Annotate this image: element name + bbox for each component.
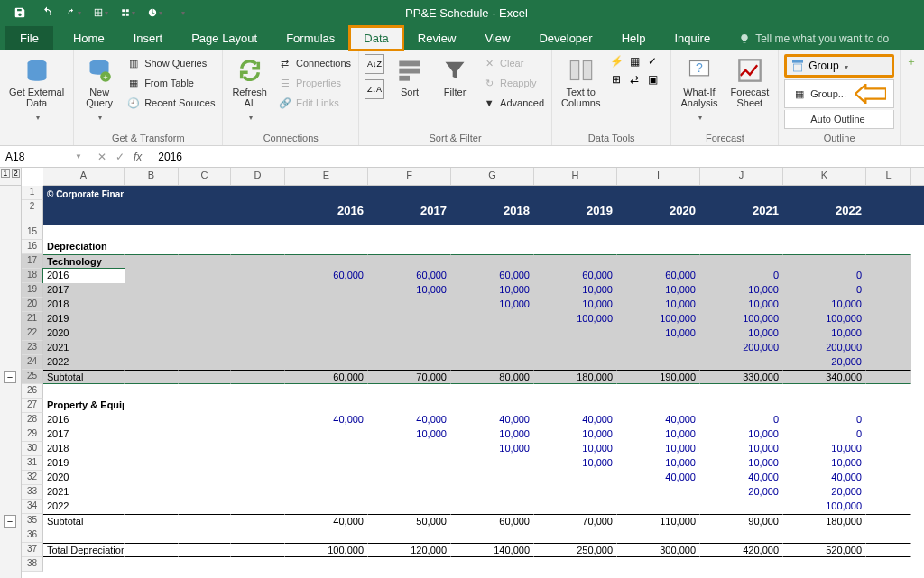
row-header[interactable]: 22 xyxy=(22,326,43,341)
cell[interactable] xyxy=(866,326,911,341)
cell[interactable] xyxy=(231,399,285,413)
cell[interactable]: 40,000 xyxy=(617,471,700,485)
cell[interactable] xyxy=(43,528,125,543)
cell[interactable]: 2021 xyxy=(43,341,125,355)
cell[interactable]: 40,000 xyxy=(783,471,866,485)
formula-input[interactable]: 2016 xyxy=(151,151,924,163)
row-header[interactable]: 24 xyxy=(22,355,43,370)
cell[interactable] xyxy=(43,384,125,399)
cell[interactable] xyxy=(125,543,179,557)
cell[interactable] xyxy=(231,341,285,355)
cell[interactable] xyxy=(368,225,451,240)
cell[interactable] xyxy=(231,283,285,298)
cell[interactable]: 10,000 xyxy=(700,283,783,298)
connections-button[interactable]: ⇄Connections xyxy=(276,54,353,72)
outline-level-1[interactable]: 1 xyxy=(1,169,10,178)
cell[interactable] xyxy=(451,384,534,399)
cell[interactable]: 40,000 xyxy=(285,413,368,427)
row-header[interactable]: 28 xyxy=(22,413,43,427)
cell[interactable] xyxy=(285,471,368,485)
cell[interactable] xyxy=(125,557,179,572)
row-header[interactable]: 17 xyxy=(22,254,43,269)
cell[interactable] xyxy=(231,384,285,399)
cell[interactable] xyxy=(125,413,179,427)
cell[interactable]: 2020 xyxy=(617,200,700,225)
cell[interactable]: 2016 xyxy=(285,200,368,225)
column-header-D[interactable]: D xyxy=(231,168,285,185)
cell[interactable] xyxy=(231,500,285,514)
cell[interactable] xyxy=(866,370,911,384)
cell[interactable] xyxy=(866,269,911,283)
cell[interactable] xyxy=(617,500,700,514)
cell[interactable]: 2019 xyxy=(534,200,617,225)
cell[interactable]: 180,000 xyxy=(783,514,866,528)
cell[interactable]: 2017 xyxy=(368,200,451,225)
cell[interactable] xyxy=(866,413,911,427)
cell[interactable]: 10,000 xyxy=(783,298,866,312)
cell[interactable] xyxy=(617,485,700,500)
cell[interactable] xyxy=(866,399,911,413)
cell[interactable] xyxy=(534,471,617,485)
cell[interactable]: 80,000 xyxy=(451,370,534,384)
cell[interactable]: 70,000 xyxy=(534,514,617,528)
cell[interactable] xyxy=(368,326,451,341)
cell[interactable] xyxy=(700,240,783,254)
cell[interactable] xyxy=(125,254,179,269)
cell[interactable]: 10,000 xyxy=(783,456,866,471)
data-validation-icon[interactable]: ✓ xyxy=(645,54,660,69)
cell[interactable] xyxy=(783,384,866,399)
cell[interactable] xyxy=(285,427,368,442)
cell[interactable]: 2016 xyxy=(43,413,125,427)
cell[interactable]: 2022 xyxy=(43,355,125,370)
cell[interactable]: 2017 xyxy=(43,427,125,442)
cell[interactable] xyxy=(231,557,285,572)
cell[interactable]: 2018 xyxy=(43,442,125,456)
cell[interactable] xyxy=(368,341,451,355)
auto-outline-menu-item[interactable]: Auto Outline xyxy=(784,110,894,129)
cell[interactable] xyxy=(866,528,911,543)
get-external-data-button[interactable]: Get External Data xyxy=(5,54,68,124)
cell[interactable]: 20,000 xyxy=(700,485,783,500)
cell[interactable]: 340,000 xyxy=(783,370,866,384)
cell[interactable] xyxy=(43,200,125,225)
cell[interactable] xyxy=(451,240,534,254)
cell[interactable]: 10,000 xyxy=(534,283,617,298)
cell[interactable]: 2019 xyxy=(43,312,125,326)
undo-icon[interactable] xyxy=(40,5,54,20)
cell[interactable]: 2021 xyxy=(700,200,783,225)
text-to-columns-button[interactable]: Text to Columns xyxy=(558,54,604,110)
cell[interactable] xyxy=(368,557,451,572)
tab-developer[interactable]: Developer xyxy=(524,26,606,50)
outline-collapse-button[interactable]: − xyxy=(4,371,16,383)
cell[interactable] xyxy=(617,528,700,543)
cell[interactable] xyxy=(285,528,368,543)
cell[interactable] xyxy=(179,442,231,456)
cell[interactable]: Depreciation xyxy=(43,240,125,254)
cell[interactable] xyxy=(125,442,179,456)
cell[interactable] xyxy=(125,200,179,225)
cell[interactable] xyxy=(534,225,617,240)
cell[interactable] xyxy=(179,456,231,471)
cell[interactable]: 2022 xyxy=(43,500,125,514)
cell[interactable] xyxy=(231,186,285,200)
outline-level-2[interactable]: 2 xyxy=(12,169,21,178)
tell-me-search[interactable]: Tell me what you want to do xyxy=(725,27,903,50)
cell[interactable]: 10,000 xyxy=(700,456,783,471)
cell[interactable] xyxy=(866,427,911,442)
tab-page-layout[interactable]: Page Layout xyxy=(177,26,272,50)
cell[interactable]: 20,000 xyxy=(783,485,866,500)
cell[interactable] xyxy=(43,557,125,572)
cell[interactable] xyxy=(617,240,700,254)
borders-icon[interactable] xyxy=(94,5,108,20)
cell[interactable] xyxy=(617,341,700,355)
cell[interactable]: 100,000 xyxy=(783,500,866,514)
cell[interactable] xyxy=(231,485,285,500)
cell[interactable] xyxy=(866,298,911,312)
cell[interactable] xyxy=(285,399,368,413)
cell[interactable] xyxy=(866,225,911,240)
cell[interactable] xyxy=(866,557,911,572)
cell[interactable] xyxy=(368,485,451,500)
row-header[interactable]: 33 xyxy=(22,485,43,500)
cell[interactable] xyxy=(285,283,368,298)
cell[interactable] xyxy=(179,298,231,312)
